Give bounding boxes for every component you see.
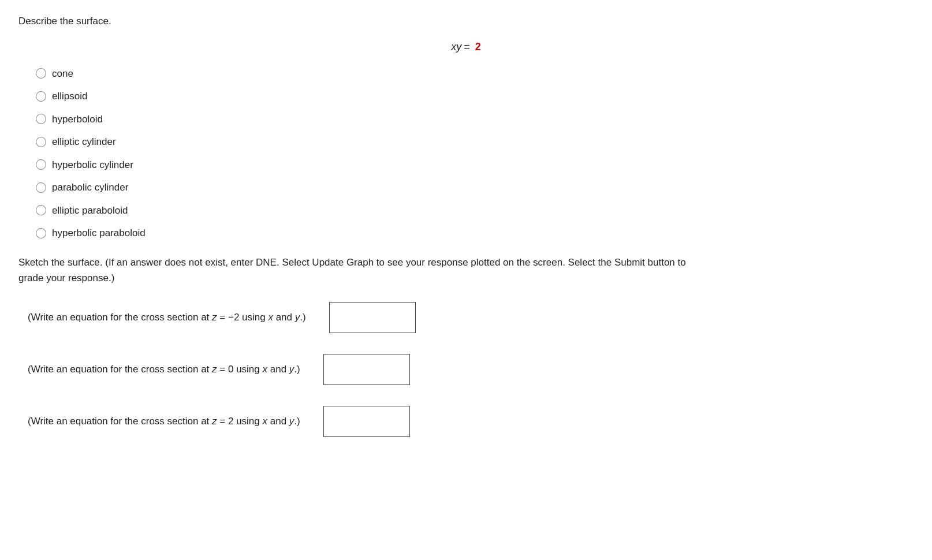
equation-display: xy= 2 bbox=[18, 39, 914, 55]
cross-section-row-1: (Write an equation for the cross section… bbox=[28, 354, 914, 385]
radio-elliptic_cylinder[interactable] bbox=[36, 137, 46, 147]
radio-parabolic_cylinder[interactable] bbox=[36, 182, 46, 193]
equation-equals: = bbox=[464, 41, 470, 53]
radio-option-ellipsoid: ellipsoid bbox=[36, 89, 914, 104]
radio-option-hyperboloid: hyperboloid bbox=[36, 112, 914, 127]
radio-label-hyperbolic_paraboloid[interactable]: hyperbolic paraboloid bbox=[52, 226, 146, 241]
radio-hyperbolic_cylinder[interactable] bbox=[36, 159, 46, 170]
radio-option-hyperbolic_cylinder: hyperbolic cylinder bbox=[36, 158, 914, 173]
surface-options: coneellipsoidhyperboloidelliptic cylinde… bbox=[36, 66, 914, 241]
radio-elliptic_paraboloid[interactable] bbox=[36, 205, 46, 215]
radio-label-hyperboloid[interactable]: hyperboloid bbox=[52, 112, 103, 127]
cross-section-input-0[interactable] bbox=[329, 302, 416, 333]
cross-section-row-0: (Write an equation for the cross section… bbox=[28, 302, 914, 333]
cross-section-input-2[interactable] bbox=[323, 406, 410, 437]
cross-section-label-2: (Write an equation for the cross section… bbox=[28, 414, 300, 429]
sketch-instructions: Sketch the surface. (If an answer does n… bbox=[18, 255, 711, 286]
radio-label-elliptic_cylinder[interactable]: elliptic cylinder bbox=[52, 135, 116, 150]
equation-left: xy bbox=[451, 41, 461, 53]
cross-section-label-1: (Write an equation for the cross section… bbox=[28, 362, 300, 377]
radio-label-elliptic_paraboloid[interactable]: elliptic paraboloid bbox=[52, 203, 128, 218]
radio-label-parabolic_cylinder[interactable]: parabolic cylinder bbox=[52, 180, 128, 195]
radio-label-cone[interactable]: cone bbox=[52, 66, 73, 81]
cross-section-label-0: (Write an equation for the cross section… bbox=[28, 310, 306, 325]
radio-option-cone: cone bbox=[36, 66, 914, 81]
radio-ellipsoid[interactable] bbox=[36, 91, 46, 102]
radio-option-elliptic_paraboloid: elliptic paraboloid bbox=[36, 203, 914, 218]
cross-section-row-2: (Write an equation for the cross section… bbox=[28, 406, 914, 437]
radio-cone[interactable] bbox=[36, 68, 46, 79]
radio-option-elliptic_cylinder: elliptic cylinder bbox=[36, 135, 914, 150]
cross-sections: (Write an equation for the cross section… bbox=[28, 302, 914, 437]
radio-label-hyperbolic_cylinder[interactable]: hyperbolic cylinder bbox=[52, 158, 133, 173]
cross-section-input-1[interactable] bbox=[323, 354, 410, 385]
radio-option-hyperbolic_paraboloid: hyperbolic paraboloid bbox=[36, 226, 914, 241]
equation-right: 2 bbox=[475, 41, 481, 53]
radio-option-parabolic_cylinder: parabolic cylinder bbox=[36, 180, 914, 195]
radio-hyperboloid[interactable] bbox=[36, 114, 46, 124]
radio-label-ellipsoid[interactable]: ellipsoid bbox=[52, 89, 87, 104]
radio-hyperbolic_paraboloid[interactable] bbox=[36, 228, 46, 238]
page-title: Describe the surface. bbox=[18, 14, 914, 29]
